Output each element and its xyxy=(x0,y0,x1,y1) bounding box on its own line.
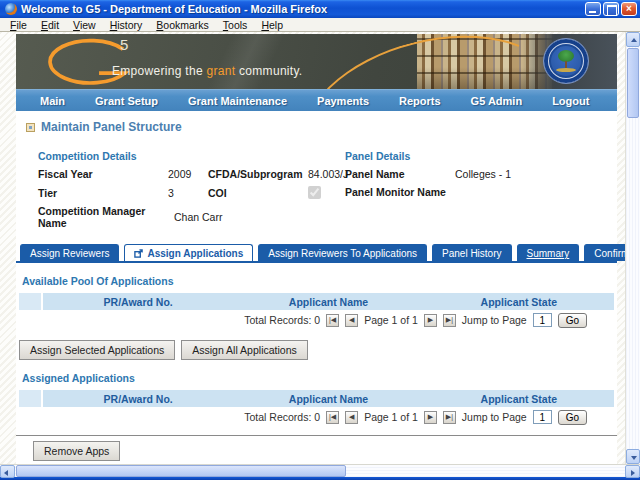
jump-to-page-label: Jump to Page xyxy=(462,411,527,423)
fiscal-year-value: 2009 xyxy=(168,168,208,180)
tab-confirmation[interactable]: Confirmation xyxy=(584,244,625,261)
available-pool-pagination: Total Records: 0 |◀ ◀ Page 1 of 1 ▶ ▶| J… xyxy=(16,310,587,330)
panel-monitor-name-label: Panel Monitor Name xyxy=(345,186,455,198)
jump-to-page-label: Jump to Page xyxy=(462,314,527,326)
nav-g5-admin[interactable]: G5 Admin xyxy=(471,95,523,107)
minimize-button[interactable] xyxy=(585,2,601,16)
competition-details-section: Competition Details Fiscal Year 2009 CFD… xyxy=(38,150,617,229)
tier-row: Tier 3 COI xyxy=(38,186,617,199)
nav-logout[interactable]: Logout xyxy=(552,95,589,107)
total-records-value: 0 xyxy=(314,411,320,423)
panel-name-label: Panel Name xyxy=(345,168,455,180)
jump-to-page-input[interactable] xyxy=(533,410,552,424)
panel-monitor-row: Panel Monitor Name xyxy=(345,186,511,198)
vertical-scroll-thumb[interactable] xyxy=(627,48,639,118)
scroll-down-icon xyxy=(631,456,637,460)
assigned-applications-section: Assigned Applications PR/Award No. Appli… xyxy=(16,372,617,427)
last-page-button[interactable]: ▶| xyxy=(443,411,456,424)
cfda-subprogram-label: CFDA/Subprogram xyxy=(208,168,308,180)
cfda-subprogram-value: 84.003/J xyxy=(308,168,348,180)
close-button[interactable]: × xyxy=(621,2,637,16)
tab-panel-history[interactable]: Panel History xyxy=(432,244,511,261)
horizontal-scroll-thumb[interactable] xyxy=(16,465,346,477)
go-button[interactable]: Go xyxy=(558,313,587,328)
page-title: Maintain Panel Structure xyxy=(41,120,182,134)
competition-details-heading: Competition Details xyxy=(38,150,617,162)
browser-window: Welcome to G5 - Department of Education … xyxy=(0,0,640,480)
previous-page-button[interactable]: ◀ xyxy=(345,314,358,327)
firefox-icon xyxy=(5,3,17,15)
window-title: Welcome to G5 - Department of Education … xyxy=(21,3,585,15)
first-page-button[interactable]: |◀ xyxy=(326,411,339,424)
first-page-button[interactable]: |◀ xyxy=(326,314,339,327)
menu-file[interactable]: File xyxy=(4,19,33,31)
competition-manager-label: Competition Manager Name xyxy=(38,205,174,229)
tier-label: Tier xyxy=(38,187,168,199)
coi-label: COI xyxy=(208,187,308,199)
applicant-state-column-header: Applicant State xyxy=(424,390,614,407)
panel-name-row: Panel Name Colleges - 1 xyxy=(345,168,511,180)
tab-summary[interactable]: Summary xyxy=(517,244,580,261)
assigned-applications-table-header: PR/Award No. Applicant Name Applicant St… xyxy=(19,390,614,407)
scroll-left-icon xyxy=(4,470,8,476)
applicant-name-column-header: Applicant Name xyxy=(233,390,423,407)
scroll-up-button[interactable] xyxy=(626,32,640,47)
last-page-button[interactable]: ▶| xyxy=(443,314,456,327)
select-column-header xyxy=(19,390,43,407)
total-records-label: Total Records: xyxy=(244,314,311,326)
menu-help[interactable]: Help xyxy=(255,19,289,31)
g5-logo-number: 5 xyxy=(120,36,128,53)
banner-tagline: Empowering the grant community. xyxy=(112,64,303,78)
fiscal-year-label: Fiscal Year xyxy=(38,168,168,180)
vertical-scrollbar[interactable] xyxy=(625,32,640,464)
total-records-value: 0 xyxy=(314,314,320,326)
available-pool-table-header: PR/Award No. Applicant Name Applicant St… xyxy=(19,293,614,310)
banner: 5 Empowering the grant community. xyxy=(16,34,617,89)
main-nav: Main Grant Setup Grant Maintenance Payme… xyxy=(16,89,617,111)
assign-selected-applications-button[interactable]: Assign Selected Applications xyxy=(19,340,175,360)
menu-history[interactable]: History xyxy=(104,19,149,31)
menu-view[interactable]: View xyxy=(67,19,102,31)
next-page-button[interactable]: ▶ xyxy=(424,411,437,424)
page-title-bullet-icon xyxy=(26,123,35,132)
nav-main[interactable]: Main xyxy=(40,95,65,107)
tab-bar: Assign Reviewers Assign Applications Ass… xyxy=(16,244,617,263)
previous-page-button[interactable]: ◀ xyxy=(345,411,358,424)
go-button[interactable]: Go xyxy=(558,410,587,425)
nav-grant-setup[interactable]: Grant Setup xyxy=(95,95,158,107)
available-pool-heading: Available Pool Of Applications xyxy=(22,275,617,287)
applicant-state-column-header: Applicant State xyxy=(424,293,614,310)
page-content: 5 Empowering the grant community. Main G… xyxy=(16,34,617,464)
jump-to-page-input[interactable] xyxy=(533,313,552,327)
assigned-applications-pagination: Total Records: 0 |◀ ◀ Page 1 of 1 ▶ ▶| J… xyxy=(16,407,587,427)
department-of-education-seal xyxy=(543,38,589,84)
nav-payments[interactable]: Payments xyxy=(317,95,369,107)
assign-applications-tab-icon xyxy=(134,249,143,258)
menu-bookmarks[interactable]: Bookmarks xyxy=(150,19,215,31)
tagline-grant-word: grant xyxy=(207,64,236,78)
scroll-left-button[interactable] xyxy=(0,465,15,478)
maximize-button[interactable] xyxy=(603,2,619,16)
scroll-down-button[interactable] xyxy=(626,449,640,464)
next-page-button[interactable]: ▶ xyxy=(424,314,437,327)
scroll-right-button[interactable] xyxy=(625,465,640,478)
pr-award-column-header: PR/Award No. xyxy=(43,293,233,310)
section-divider xyxy=(16,435,617,436)
available-pool-section: Available Pool Of Applications PR/Award … xyxy=(16,275,617,330)
horizontal-scrollbar[interactable] xyxy=(0,464,640,477)
page-background: 5 Empowering the grant community. Main G… xyxy=(0,32,625,464)
menu-tools[interactable]: Tools xyxy=(217,19,254,31)
assign-all-applications-button[interactable]: Assign All Applications xyxy=(181,340,307,360)
nav-grant-maintenance[interactable]: Grant Maintenance xyxy=(188,95,287,107)
tab-assign-reviewers[interactable]: Assign Reviewers xyxy=(20,244,119,261)
panel-name-value: Colleges - 1 xyxy=(455,168,511,180)
menu-edit[interactable]: Edit xyxy=(35,19,65,31)
remove-apps-button[interactable]: Remove Apps xyxy=(33,441,120,461)
tab-assign-reviewers-to-applications[interactable]: Assign Reviewers To Applications xyxy=(258,244,427,261)
coi-checkbox xyxy=(308,186,321,199)
nav-reports[interactable]: Reports xyxy=(399,95,441,107)
scroll-up-icon xyxy=(631,38,637,42)
tab-assign-applications[interactable]: Assign Applications xyxy=(124,244,253,261)
title-bar: Welcome to G5 - Department of Education … xyxy=(0,0,640,18)
panel-details-heading: Panel Details xyxy=(345,150,511,162)
